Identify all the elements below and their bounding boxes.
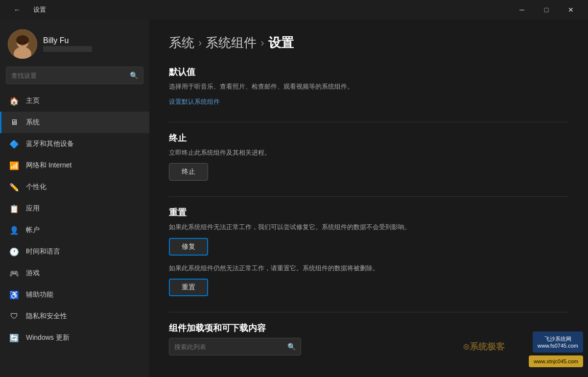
- sidebar-item-windows-update-label: Windows 更新: [26, 333, 70, 342]
- sidebar-item-gaming[interactable]: 🎮 游戏: [0, 262, 149, 284]
- sidebar: Billy Fu 🔍 🏠 主页 🖥 系统 🔷 蓝牙和其他设备: [0, 20, 149, 377]
- home-icon: 🏠: [9, 96, 19, 106]
- sidebar-item-time-label: 时间和语言: [26, 247, 60, 256]
- sidebar-item-privacy[interactable]: 🛡 隐私和安全性: [0, 306, 149, 327]
- default-link[interactable]: 设置默认系统组件: [169, 98, 220, 105]
- reset-description-2: 如果此系统组件仍然无法正常工作，请重置它。系统组件的数据将被删除。: [169, 263, 568, 273]
- section-terminate: 终止 立即终止此系统组件及其相关进程。 终止: [169, 132, 568, 181]
- titlebar-left: ← 设置: [6, 2, 46, 18]
- breadcrumb: 系统 › 系统组件 › 设置: [169, 34, 568, 51]
- sidebar-item-network-label: 网络和 Internet: [26, 161, 71, 170]
- section-reset: 重置 如果此系统组件无法正常工作，我们可以尝试修复它。系统组件的数据不会受到影响…: [169, 207, 568, 296]
- search-icon: 🔍: [130, 71, 138, 79]
- breadcrumb-settings: 设置: [268, 34, 294, 51]
- svg-point-5: [24, 41, 26, 43]
- sidebar-item-time[interactable]: 🕐 时间和语言: [0, 241, 149, 262]
- breadcrumb-sep-1: ›: [198, 37, 202, 49]
- search-box[interactable]: 🔍: [6, 67, 143, 84]
- sidebar-item-accessibility-label: 辅助功能: [26, 290, 53, 299]
- time-icon: 🕐: [9, 247, 19, 257]
- search-list-input[interactable]: [174, 343, 283, 351]
- search-input[interactable]: [11, 72, 126, 79]
- system-icon: 🖥: [9, 118, 19, 127]
- sidebar-item-network[interactable]: 📶 网络和 Internet: [0, 155, 149, 176]
- default-description: 选择用于听音乐、查看照片、检查邮件、观看视频等的系统组件。: [169, 82, 568, 92]
- minimize-button[interactable]: ─: [511, 2, 533, 18]
- svg-point-2: [16, 35, 29, 45]
- avatar[interactable]: [8, 29, 37, 59]
- user-account: [43, 46, 92, 52]
- personalization-icon: ✏️: [9, 182, 19, 192]
- sidebar-item-system[interactable]: 🖥 系统: [0, 112, 149, 133]
- reset-title: 重置: [169, 207, 568, 218]
- gaming-icon: 🎮: [9, 268, 19, 278]
- divider-2: [169, 196, 568, 197]
- back-button[interactable]: ←: [6, 2, 28, 18]
- accessibility-icon: ♿: [9, 290, 19, 300]
- breadcrumb-sep-2: ›: [260, 37, 264, 49]
- search-container: 🔍: [0, 67, 149, 90]
- addons-title: 组件加载项和可下载内容: [169, 322, 568, 334]
- default-title: 默认值: [169, 66, 568, 78]
- maximize-icon: □: [544, 6, 548, 14]
- maximize-button[interactable]: □: [535, 2, 558, 18]
- sidebar-item-system-label: 系统: [26, 118, 40, 127]
- user-profile[interactable]: Billy Fu: [0, 20, 149, 67]
- breadcrumb-system[interactable]: 系统: [169, 34, 194, 51]
- avatar-svg: [8, 29, 37, 59]
- sidebar-item-privacy-label: 隐私和安全性: [26, 312, 67, 321]
- app-body: Billy Fu 🔍 🏠 主页 🖥 系统 🔷 蓝牙和其他设备: [0, 20, 588, 377]
- sidebar-item-home[interactable]: 🏠 主页: [0, 90, 149, 112]
- sidebar-item-personalization-label: 个性化: [26, 183, 47, 191]
- sidebar-item-accounts-label: 帐户: [26, 226, 40, 235]
- breadcrumb-components[interactable]: 系统组件: [206, 34, 257, 51]
- accounts-icon: 👤: [9, 225, 19, 235]
- sidebar-item-apps-label: 应用: [26, 204, 40, 213]
- titlebar-controls: ─ □ ✕: [511, 2, 582, 18]
- sidebar-item-accounts[interactable]: 👤 帐户: [0, 219, 149, 241]
- search-list-icon: 🔍: [287, 343, 296, 351]
- windows-update-icon: 🔄: [9, 333, 19, 343]
- sidebar-item-apps[interactable]: 📋 应用: [0, 198, 149, 219]
- close-button[interactable]: ✕: [560, 2, 582, 18]
- terminate-description: 立即终止此系统组件及其相关进程。: [169, 148, 568, 158]
- sidebar-item-accessibility[interactable]: ♿ 辅助功能: [0, 284, 149, 306]
- network-icon: 📶: [9, 161, 19, 170]
- sidebar-item-gaming-label: 游戏: [26, 269, 40, 278]
- close-icon: ✕: [568, 6, 574, 14]
- sidebar-item-bluetooth[interactable]: 🔷 蓝牙和其他设备: [0, 133, 149, 155]
- back-icon: ←: [14, 6, 21, 14]
- titlebar: ← 设置 ─ □ ✕: [0, 0, 588, 20]
- divider-1: [169, 122, 568, 122]
- avatar-image: [8, 29, 37, 59]
- sidebar-item-home-label: 主页: [26, 96, 40, 105]
- section-default: 默认值 选择用于听音乐、查看照片、检查邮件、观看视频等的系统组件。 设置默认系统…: [169, 66, 568, 106]
- apps-icon: 📋: [9, 204, 19, 213]
- reset-button[interactable]: 重置: [169, 279, 208, 296]
- repair-button[interactable]: 修复: [169, 238, 208, 256]
- user-name: Billy Fu: [43, 36, 141, 45]
- terminate-title: 终止: [169, 132, 568, 144]
- svg-point-4: [19, 41, 21, 43]
- sidebar-nav: 🏠 主页 🖥 系统 🔷 蓝牙和其他设备 📶 网络和 Internet ✏️ 个性…: [0, 90, 149, 349]
- sidebar-item-personalization[interactable]: ✏️ 个性化: [0, 176, 149, 198]
- search-list-container: 🔍: [169, 338, 568, 355]
- bluetooth-icon: 🔷: [9, 139, 19, 149]
- divider-3: [169, 312, 568, 312]
- terminate-button[interactable]: 终止: [169, 163, 208, 181]
- sidebar-item-windows-update[interactable]: 🔄 Windows 更新: [0, 327, 149, 349]
- main-content: 系统 › 系统组件 › 设置 默认值 选择用于听音乐、查看照片、检查邮件、观看视…: [149, 20, 588, 377]
- titlebar-title: 设置: [33, 5, 46, 14]
- search-list-box[interactable]: 🔍: [169, 338, 301, 355]
- section-addons: 组件加载项和可下载内容 🔍: [169, 322, 568, 355]
- minimize-icon: ─: [519, 6, 524, 14]
- user-info: Billy Fu: [43, 36, 141, 52]
- privacy-icon: 🛡: [9, 311, 19, 321]
- sidebar-item-bluetooth-label: 蓝牙和其他设备: [26, 140, 74, 148]
- reset-description-1: 如果此系统组件无法正常工作，我们可以尝试修复它。系统组件的数据不会受到影响。: [169, 222, 568, 232]
